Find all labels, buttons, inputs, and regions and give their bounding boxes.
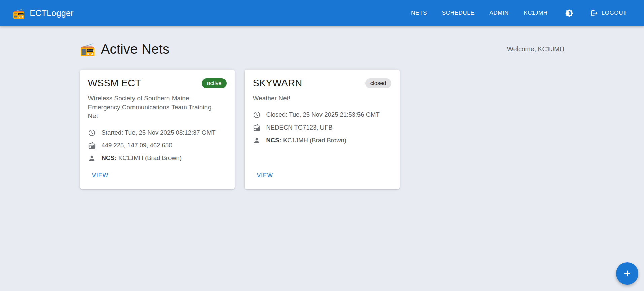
page-title: Active Nets: [101, 42, 170, 57]
status-badge: active: [202, 78, 226, 88]
card-actions: VIEW: [253, 167, 391, 186]
add-net-fab[interactable]: +: [616, 262, 638, 285]
logout-button[interactable]: LOGOUT: [585, 6, 633, 21]
net-card-wssm-ect: WSSM ECT active Wireless Society of Sout…: [80, 70, 235, 189]
person-icon: [253, 137, 261, 144]
frequencies-text: 449.225, 147.09, 462.650: [102, 142, 173, 149]
radio-heading-icon: 📻: [80, 43, 96, 56]
main-content: 📻 Active Nets Welcome, KC1JMH WSSM ECT a…: [80, 26, 564, 189]
person-icon: [88, 154, 96, 162]
view-button[interactable]: VIEW: [89, 169, 112, 182]
ncs-row: NCS: KC1JMH (Brad Brown): [253, 137, 391, 144]
view-button[interactable]: VIEW: [254, 169, 276, 182]
card-spacer: [253, 149, 391, 167]
nav-admin[interactable]: ADMIN: [484, 6, 515, 20]
started-row: Started: Tue, 25 Nov 2025 08:12:37 GMT: [88, 129, 227, 137]
card-header: SKYWARN closed: [253, 78, 391, 89]
net-card-skywarn: SKYWARN closed Weather Net! Closed: Tue,…: [245, 70, 400, 189]
radio-logo-icon: 📻: [13, 8, 25, 18]
closed-row: Closed: Tue, 25 Nov 2025 21:53:56 GMT: [253, 111, 391, 119]
brightness-icon: [565, 9, 573, 17]
net-cards-grid: WSSM ECT active Wireless Society of Sout…: [80, 70, 564, 189]
theme-toggle-button[interactable]: [562, 6, 577, 21]
brand: 📻 ECTLogger: [13, 8, 74, 18]
card-actions: VIEW: [88, 167, 227, 186]
clock-icon: [88, 129, 96, 137]
nav-user-callsign[interactable]: KC1JMH: [518, 6, 554, 20]
net-description: Weather Net!: [253, 94, 384, 103]
frequencies-text: NEDECN TG7123, UFB: [266, 124, 333, 131]
page-header: 📻 Active Nets Welcome, KC1JMH: [80, 42, 564, 57]
ncs-row: NCS: KC1JMH (Brad Brown): [88, 154, 227, 162]
frequencies-row: NEDECN TG7123, UFB: [253, 124, 391, 132]
net-description: Wireless Society of Southern Maine Emerg…: [88, 94, 219, 121]
net-details: Closed: Tue, 25 Nov 2025 21:53:56 GMT NE…: [253, 111, 391, 149]
radio-icon: [88, 142, 96, 149]
radio-icon: [253, 124, 261, 132]
welcome-text: Welcome, KC1JMH: [507, 45, 564, 53]
nav-schedule[interactable]: SCHEDULE: [436, 6, 480, 20]
frequencies-row: 449.225, 147.09, 462.650: [88, 142, 227, 149]
clock-icon: [253, 111, 261, 119]
net-details: Started: Tue, 25 Nov 2025 08:12:37 GMT 4…: [88, 129, 227, 167]
net-name: SKYWARN: [253, 78, 302, 89]
logout-icon: [591, 9, 598, 17]
page-title-wrap: 📻 Active Nets: [80, 42, 170, 57]
ncs-text: NCS: KC1JMH (Brad Brown): [266, 137, 347, 144]
started-text: Started: Tue, 25 Nov 2025 08:12:37 GMT: [102, 129, 216, 136]
app-bar: 📻 ECTLogger NETS SCHEDULE ADMIN KC1JMH L…: [0, 0, 644, 26]
nav-nets[interactable]: NETS: [405, 6, 433, 20]
logout-label: LOGOUT: [602, 10, 627, 16]
top-navigation: NETS SCHEDULE ADMIN KC1JMH LOGOUT: [405, 6, 633, 21]
plus-icon: +: [624, 267, 631, 279]
app-title: ECTLogger: [30, 8, 74, 18]
net-name: WSSM ECT: [88, 78, 141, 89]
closed-text: Closed: Tue, 25 Nov 2025 21:53:56 GMT: [266, 111, 380, 118]
ncs-text: NCS: KC1JMH (Brad Brown): [102, 154, 182, 162]
status-badge: closed: [365, 78, 391, 88]
card-header: WSSM ECT active: [88, 78, 227, 89]
